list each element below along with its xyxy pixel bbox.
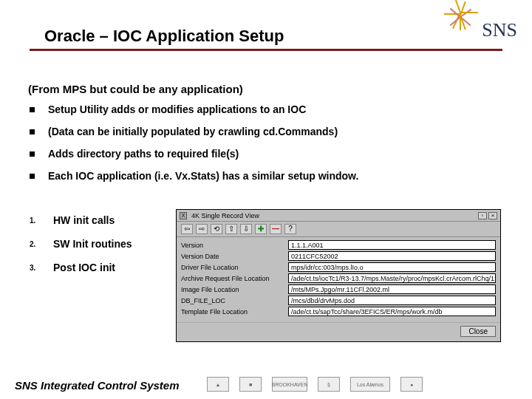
intro-text: (From MPS but could be any application) (28, 83, 243, 95)
title-underline (30, 49, 502, 51)
window-title: 4K Single Record View (187, 212, 477, 219)
field-label: Template File Location (181, 308, 288, 316)
list-index: 3. (30, 264, 43, 272)
bullet-list: Setup Utility adds or modifies applicati… (30, 103, 473, 192)
partner-logo: § (318, 377, 340, 393)
logo-icon: § (318, 377, 340, 392)
db-file-field[interactable]: /mcs/dbd/drvMps.dod (288, 296, 496, 305)
maximize-icon[interactable]: × (488, 212, 497, 219)
logo-icon: Los Alamos (350, 377, 390, 392)
bullet-text: (Data can be initially populated by craw… (48, 126, 338, 137)
close-button[interactable]: Close (460, 326, 496, 337)
bullet-text: Each IOC application (i.e. Vx.Stats) has… (48, 170, 358, 182)
template-file-field[interactable]: /ade/ct.ts/sapTcc/share/3EFICS/ER/mps/wo… (288, 307, 496, 316)
partner-logo: Los Alamos (350, 377, 390, 393)
minimize-icon[interactable]: ▫ (478, 212, 487, 219)
bullet-icon (30, 174, 35, 179)
field-label: Image File Location (181, 286, 288, 293)
field-label: Version Date (181, 253, 288, 260)
sns-logo-text: SNS (482, 19, 517, 41)
image-file-field[interactable]: /mts/MPs.Jpgo/mr.11CFl.2002.ml (288, 284, 496, 294)
version-field[interactable]: 1.1.1.A001 (288, 240, 496, 250)
list-item: Post IOC init (53, 262, 115, 273)
bullet-icon (30, 107, 35, 112)
archive-file-field[interactable]: /ade/ct.ts/iocTc1/R3-13.7/mps.Maste/ry/p… (288, 273, 496, 283)
driver-file-field[interactable]: mps/idr/cc:003/mps.lIo.o (288, 262, 496, 272)
bullet-text: Setup Utility adds or modifies applicati… (48, 103, 306, 115)
system-menu-icon[interactable]: X (180, 212, 187, 219)
page-title: Oracle – IOC Application Setup (44, 27, 284, 46)
logo-icon: ▲ (207, 377, 229, 392)
minus-icon[interactable]: — (270, 224, 282, 234)
arrow-up-icon[interactable]: ⇧ (225, 224, 237, 234)
field-label: Version (181, 242, 288, 249)
arrow-left-icon[interactable]: ⇦ (181, 224, 193, 234)
partner-logo: ● (400, 377, 423, 393)
bullet-text: Adds directory paths to required file(s) (48, 148, 239, 160)
bullet-icon (30, 129, 35, 134)
numbered-list: 1.HW init calls 2.SW Init routines 3.Pos… (30, 214, 177, 285)
partner-logo: ■ (239, 377, 262, 393)
app-window: X 4K Single Record View ▫ × ⇦ ⇨ ⟲ ⇧ ⇩ ✚ … (176, 209, 501, 342)
footer-text: SNS Integrated Control System (15, 379, 180, 392)
list-item: SW Init routines (53, 238, 132, 250)
sns-logo: SNS (442, 12, 517, 49)
logo-icon: ● (400, 377, 423, 392)
plus-icon[interactable]: ✚ (255, 224, 267, 234)
logo-icon: ■ (239, 377, 262, 392)
list-index: 1. (30, 216, 43, 225)
partner-logo: BROOKHAVEN (272, 377, 307, 393)
form-body: Version1.1.1.A001 Version Date0211CFC520… (177, 237, 500, 322)
field-label: DB_FILE_LOC (181, 297, 288, 304)
version-date-field[interactable]: 0211CFC52002 (288, 251, 496, 261)
starburst-icon (442, 12, 479, 49)
logo-icon: BROOKHAVEN (272, 377, 307, 392)
field-label: Archive Request File Location (181, 275, 288, 282)
help-icon[interactable]: ? (284, 224, 296, 234)
footer-logos: ▲ ■ BROOKHAVEN § Los Alamos ● (207, 377, 423, 393)
window-toolbar: ⇦ ⇨ ⟲ ⇧ ⇩ ✚ — ? (177, 222, 500, 237)
partner-logo: ▲ (207, 377, 229, 393)
window-titlebar[interactable]: X 4K Single Record View ▫ × (177, 210, 500, 222)
arrow-right-icon[interactable]: ⇨ (196, 224, 208, 234)
list-item: HW init calls (53, 214, 115, 226)
bullet-icon (30, 151, 35, 157)
refresh-icon[interactable]: ⟲ (211, 224, 222, 234)
list-index: 2. (30, 240, 43, 248)
arrow-down-icon[interactable]: ⇩ (240, 224, 252, 234)
field-label: Driver File Location (181, 264, 288, 271)
